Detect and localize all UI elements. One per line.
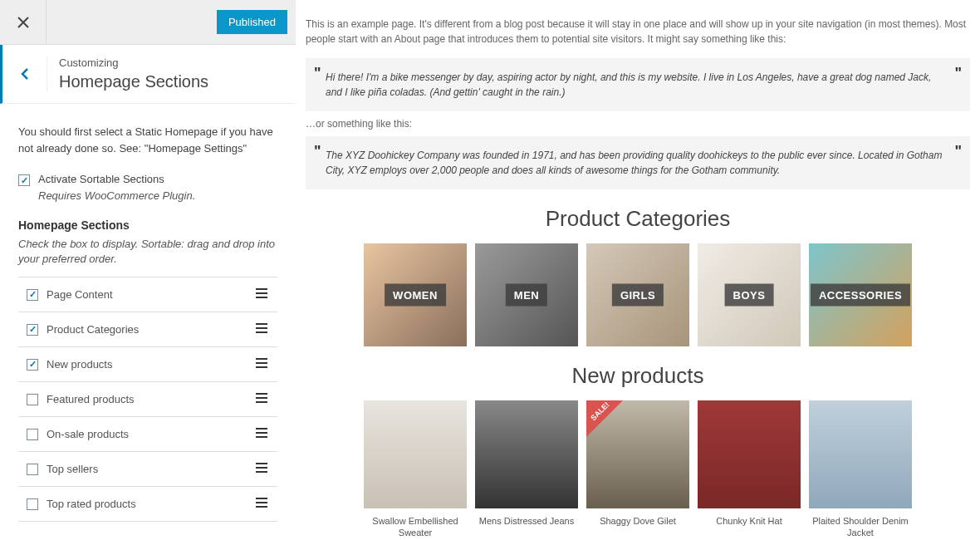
close-button[interactable] — [0, 0, 47, 44]
back-row: Customizing Homepage Sections — [0, 45, 296, 104]
drag-handle-icon[interactable] — [254, 287, 269, 302]
product-image[interactable]: SALE! — [586, 400, 689, 508]
customizer-sidebar: Published Customizing Homepage Sections … — [0, 0, 296, 540]
sortable-item[interactable]: On-sale products — [18, 417, 277, 452]
customizing-label: Customizing — [59, 56, 296, 69]
drag-handle-icon[interactable] — [254, 496, 269, 512]
product-name[interactable]: Mens Distressed Jeans — [475, 515, 578, 537]
category-card[interactable]: GIRLS — [586, 243, 689, 346]
product-card: Swallow Embellished Sweater$69.95♡Select… — [364, 400, 467, 540]
published-button[interactable]: Published — [217, 10, 287, 34]
sortable-item[interactable]: Top rated products — [18, 487, 277, 522]
section-label: Top sellers — [47, 463, 254, 475]
or-text: …or something like this: — [306, 118, 970, 130]
drag-handle-icon[interactable] — [254, 426, 269, 442]
section-label: On-sale products — [47, 428, 254, 440]
sortable-item[interactable]: Top sellers — [18, 452, 277, 487]
product-name[interactable]: Shaggy Dove Gilet — [586, 515, 689, 537]
new-products-heading: New products — [306, 363, 970, 389]
category-card[interactable]: WOMEN — [364, 243, 467, 346]
homepage-sections-sub: Check the box to display. Sortable: drag… — [18, 237, 277, 267]
back-button[interactable] — [2, 67, 47, 81]
sortable-list: Page ContentProduct CategoriesNew produc… — [18, 277, 277, 522]
drag-handle-icon[interactable] — [254, 461, 269, 477]
activate-row: Activate Sortable Sections — [18, 173, 277, 186]
instruction-text: You should first select a Static Homepag… — [18, 124, 277, 156]
section-checkbox[interactable] — [27, 289, 38, 301]
category-label: GIRLS — [612, 284, 664, 307]
section-heading: Customizing Homepage Sections — [47, 56, 296, 91]
product-image[interactable] — [698, 400, 801, 508]
activate-label: Activate Sortable Sections — [38, 173, 164, 185]
product-card: Chunky Knit Hat$39.95♡Add to cart — [698, 400, 801, 540]
quote-block-2: The XYZ Doohickey Company was founded in… — [306, 136, 970, 189]
drag-handle-icon[interactable] — [254, 391, 269, 407]
section-checkbox[interactable] — [27, 429, 38, 440]
section-title: Homepage Sections — [59, 72, 296, 91]
close-icon — [17, 17, 29, 28]
sortable-item[interactable]: Product Categories — [18, 312, 277, 347]
category-card[interactable]: MEN — [475, 243, 578, 346]
intro-text: This is an example page. It's different … — [306, 0, 970, 53]
publish-wrap: Published — [47, 10, 296, 34]
section-checkbox[interactable] — [27, 394, 38, 405]
sortable-item[interactable]: Featured products — [18, 382, 277, 417]
activate-note: Requires WooCommerce Plugin. — [38, 189, 277, 202]
section-checkbox[interactable] — [27, 498, 38, 510]
category-label: WOMEN — [385, 284, 446, 307]
quote-block-1: Hi there! I'm a bike messenger by day, a… — [306, 58, 970, 111]
section-checkbox[interactable] — [27, 324, 38, 336]
chevron-left-icon — [18, 67, 32, 81]
categories-grid: WOMENMENGIRLSBOYSACCESSORIES — [306, 243, 970, 346]
products-grid: Swallow Embellished Sweater$69.95♡Select… — [306, 400, 970, 540]
panel-body: You should first select a Static Homepag… — [0, 104, 296, 532]
section-checkbox[interactable] — [27, 359, 38, 371]
section-checkbox[interactable] — [27, 464, 38, 475]
category-card[interactable]: BOYS — [698, 243, 801, 346]
sidebar-topbar: Published — [0, 0, 296, 45]
categories-heading: Product Categories — [306, 206, 970, 232]
section-label: Product Categories — [47, 323, 254, 336]
product-name[interactable]: Chunky Knit Hat — [698, 515, 801, 537]
category-card[interactable]: ACCESSORIES — [809, 243, 912, 346]
product-card: SALE!Shaggy Dove Gilet★★★★★$59.99$49.95♡… — [586, 400, 689, 540]
activate-checkbox[interactable] — [18, 174, 30, 186]
section-label: Page Content — [47, 288, 254, 301]
product-image[interactable] — [364, 400, 467, 508]
preview-pane: This is an example page. It's different … — [296, 0, 980, 540]
section-label: New products — [47, 358, 254, 371]
sortable-item[interactable]: New products — [18, 347, 277, 382]
homepage-sections-title: Homepage Sections — [18, 218, 277, 232]
product-image[interactable] — [809, 400, 912, 508]
drag-handle-icon[interactable] — [254, 356, 269, 372]
section-label: Top rated products — [47, 498, 254, 510]
category-label: MEN — [506, 284, 547, 307]
quote-text-1: Hi there! I'm a bike messenger by day, a… — [326, 70, 950, 100]
category-label: ACCESSORIES — [811, 284, 910, 307]
section-label: Featured products — [47, 393, 254, 405]
quote-text-2: The XYZ Doohickey Company was founded in… — [326, 148, 950, 178]
product-card: Plaited Shoulder Denim Jacket$59.95♡Add … — [809, 400, 912, 540]
sortable-item[interactable]: Page Content — [18, 277, 277, 312]
drag-handle-icon[interactable] — [254, 322, 269, 337]
product-card: Mens Distressed Jeans★★★★☆$89.95♡Select … — [475, 400, 578, 540]
product-name[interactable]: Swallow Embellished Sweater — [364, 515, 467, 539]
product-image[interactable] — [475, 400, 578, 508]
category-label: BOYS — [725, 284, 774, 307]
product-name[interactable]: Plaited Shoulder Denim Jacket — [809, 515, 912, 539]
